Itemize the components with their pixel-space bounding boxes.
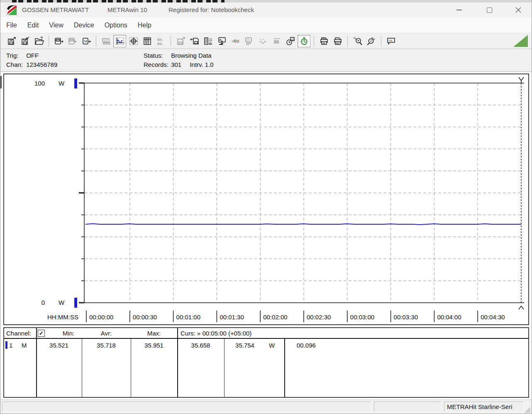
value-list-icon bbox=[203, 36, 213, 46]
save-export-button[interactable] bbox=[5, 35, 18, 47]
chart-view-button[interactable] bbox=[113, 35, 126, 47]
status-value: Browsing Data bbox=[171, 52, 212, 59]
channel-row[interactable]: 1 M 35.521 35.718 35.951 35.658 35.754 W… bbox=[4, 339, 528, 352]
channel-visible-checkbox[interactable]: ✓ bbox=[38, 330, 45, 337]
device-name: METRAHit Starline-Seri bbox=[447, 403, 512, 410]
titlebar: GOSSEN METRAWATT METRAwin 10 Registered … bbox=[0, 2, 532, 17]
edge-notch bbox=[0, 76, 2, 88]
chan-label: Chan: bbox=[6, 61, 24, 68]
print-preview-button[interactable] bbox=[317, 35, 330, 47]
chart-panel: 100 W 0 W HH:MM:SS 00:00:0000:00:3000:01… bbox=[3, 73, 529, 325]
save-import-button[interactable] bbox=[19, 35, 32, 47]
clock-sync-button[interactable]: 12 bbox=[284, 35, 297, 47]
zoom-in-icon bbox=[353, 36, 363, 46]
avr-value: 35.718 bbox=[82, 342, 131, 349]
menu-view[interactable]: View bbox=[49, 22, 63, 29]
chan-value: 123456789 bbox=[26, 61, 57, 68]
table-view-button[interactable] bbox=[141, 35, 154, 47]
minimize-button[interactable] bbox=[449, 2, 469, 17]
device-read-button[interactable]: 321 bbox=[52, 35, 65, 47]
header-max: Max: bbox=[131, 330, 177, 337]
device-write-button: 321 bbox=[66, 35, 79, 47]
zoom-in-button[interactable] bbox=[351, 35, 364, 47]
chart-svg[interactable] bbox=[4, 74, 528, 324]
monitor-view-button[interactable] bbox=[215, 35, 228, 47]
svg-text:1257: 1257 bbox=[103, 39, 108, 42]
max-value: 35.951 bbox=[131, 342, 177, 349]
print-preview-icon bbox=[319, 36, 329, 46]
svg-text:321: 321 bbox=[246, 39, 250, 41]
column-divider bbox=[131, 339, 131, 397]
menu-options[interactable]: Options bbox=[105, 22, 127, 29]
close-icon bbox=[515, 7, 521, 13]
cursor-view-button[interactable] bbox=[127, 35, 140, 47]
toolbar-separator bbox=[381, 36, 381, 47]
save-export-icon bbox=[7, 36, 17, 46]
difference-value: 00.096 bbox=[297, 342, 316, 349]
column-divider bbox=[36, 328, 37, 397]
device-read-icon: 321 bbox=[54, 36, 64, 46]
wave-single-button bbox=[256, 35, 269, 47]
header-channel: Channel: bbox=[6, 330, 31, 337]
menu-edit[interactable]: Edit bbox=[27, 22, 39, 29]
device-memory-button[interactable]: M bbox=[80, 35, 93, 47]
channel-marker-top bbox=[74, 78, 77, 88]
maximize-button[interactable] bbox=[480, 2, 499, 17]
histogram-view-icon bbox=[156, 36, 166, 46]
cursor-unit: W bbox=[269, 342, 275, 349]
resize-grip[interactable] bbox=[524, 407, 531, 413]
cursor-value-b: 35.754 bbox=[224, 342, 266, 349]
toolbar-separator bbox=[347, 36, 348, 47]
value-list-button[interactable] bbox=[202, 35, 215, 47]
close-button[interactable] bbox=[509, 2, 528, 17]
metrawin-window: GOSSEN METRAWATT METRAwin 10 Registered … bbox=[0, 0, 532, 414]
records-value: 301 bbox=[171, 61, 181, 68]
readout-header: Channel: ✓ Min: Avr: Max: Curs: » 00:05:… bbox=[4, 328, 528, 339]
wave-single-icon bbox=[258, 36, 268, 46]
y-axis-max-label: 100 bbox=[24, 80, 45, 87]
svg-text:=f(x): =f(x) bbox=[232, 39, 239, 43]
formula-button[interactable]: =f(x) bbox=[229, 35, 242, 47]
save-import-icon bbox=[20, 36, 30, 46]
column-divider bbox=[284, 339, 285, 397]
meter-display-icon: 1257 bbox=[101, 36, 111, 46]
device-memory-icon: M bbox=[81, 36, 91, 46]
menu-device[interactable]: Device bbox=[74, 22, 94, 29]
menu-help[interactable]: Help bbox=[138, 22, 151, 29]
toolbar-separator bbox=[171, 36, 171, 47]
export-data-button bbox=[174, 35, 187, 47]
titlebar-registered: Registered for: Notebookcheck bbox=[168, 2, 254, 17]
chart-view-icon bbox=[115, 36, 125, 46]
device-config-button: 321 bbox=[243, 35, 256, 47]
svg-text:12: 12 bbox=[291, 38, 293, 41]
svg-text:321: 321 bbox=[56, 39, 59, 42]
import-data-button[interactable] bbox=[188, 35, 201, 47]
statusbar-secondary-panel bbox=[374, 402, 442, 412]
open-file-button[interactable] bbox=[32, 35, 45, 47]
titlebar-brand: GOSSEN METRAWATT bbox=[22, 2, 89, 17]
menubar: FileEditViewDeviceOptionsHelp bbox=[0, 17, 532, 33]
connection-indicator bbox=[513, 35, 528, 47]
timer-button[interactable] bbox=[298, 35, 310, 47]
cursor-view-icon bbox=[129, 36, 139, 46]
import-data-icon bbox=[190, 36, 200, 46]
y-axis-min-label: 0 bbox=[24, 299, 45, 306]
hint-button[interactable]: 1?3 bbox=[385, 35, 398, 47]
svg-text:321: 321 bbox=[70, 39, 73, 42]
toolbar-separator bbox=[49, 36, 49, 47]
clock-sync-icon: 12 bbox=[286, 36, 295, 46]
svg-text:1?3: 1?3 bbox=[388, 39, 392, 42]
zoom-out-button[interactable] bbox=[365, 35, 378, 47]
trig-label: Trig: bbox=[6, 52, 24, 59]
menu-file[interactable]: File bbox=[6, 22, 17, 29]
svg-text:M: M bbox=[84, 39, 87, 43]
print-button[interactable] bbox=[331, 35, 344, 47]
status-label: Status: bbox=[144, 52, 169, 59]
device-config-icon: 321 bbox=[244, 36, 254, 46]
channel-color-marker bbox=[5, 341, 7, 349]
monitor-view-icon bbox=[217, 36, 227, 46]
formula-icon: =f(x) bbox=[231, 36, 241, 46]
app-logo-icon bbox=[6, 5, 17, 15]
export-data-icon bbox=[176, 36, 186, 46]
minimize-icon bbox=[456, 10, 462, 10]
